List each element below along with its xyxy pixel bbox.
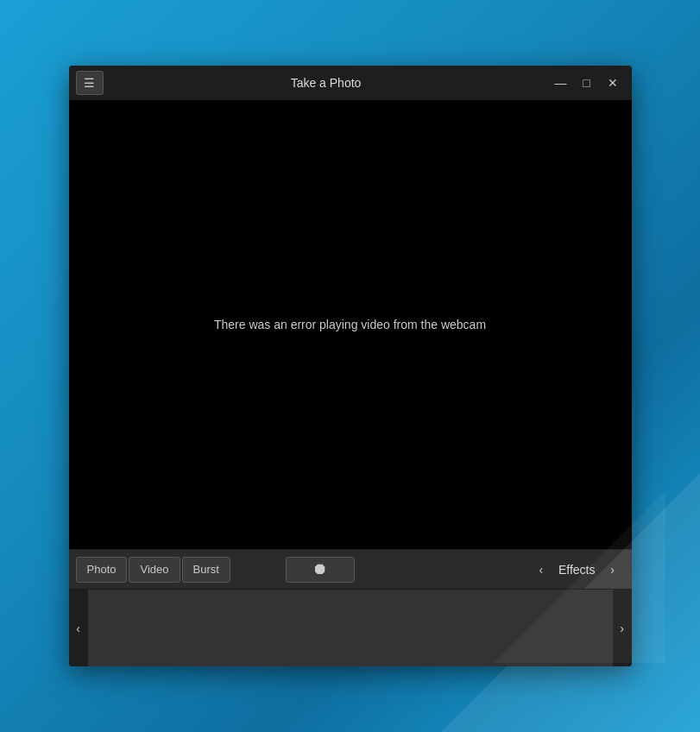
titlebar: ☰ Take a Photo — □ ✕ bbox=[69, 66, 632, 100]
minimize-icon: — bbox=[555, 76, 567, 90]
strip-next-icon: › bbox=[620, 622, 624, 635]
video-preview: There was an error playing video from th… bbox=[69, 100, 632, 549]
bottom-toolbar: Photo Video Burst ⏺ ‹ Effects › bbox=[69, 549, 632, 589]
menu-button[interactable]: ☰ bbox=[76, 71, 104, 95]
effects-next-button[interactable]: › bbox=[600, 557, 624, 583]
capture-icon: ⏺ bbox=[312, 560, 328, 578]
maximize-icon: □ bbox=[583, 76, 590, 90]
window-title: Take a Photo bbox=[104, 76, 549, 90]
window-controls: — □ ✕ bbox=[549, 71, 625, 95]
tab-photo[interactable]: Photo bbox=[76, 557, 128, 583]
close-button[interactable]: ✕ bbox=[601, 71, 625, 95]
photo-strip: ‹ › bbox=[69, 589, 632, 666]
tab-burst[interactable]: Burst bbox=[182, 557, 230, 583]
tab-video[interactable]: Video bbox=[129, 557, 180, 583]
effects-label: Effects bbox=[555, 563, 599, 577]
chevron-left-icon: ‹ bbox=[539, 563, 544, 577]
menu-icon: ☰ bbox=[84, 76, 95, 90]
strip-prev-icon: ‹ bbox=[76, 622, 80, 635]
mode-tabs: Photo Video Burst bbox=[76, 557, 230, 583]
minimize-button[interactable]: — bbox=[549, 71, 573, 95]
chevron-right-icon: › bbox=[610, 563, 615, 577]
effects-prev-button[interactable]: ‹ bbox=[529, 557, 553, 583]
close-icon: ✕ bbox=[608, 76, 618, 90]
strip-next-button[interactable]: › bbox=[613, 590, 632, 667]
maximize-button[interactable]: □ bbox=[575, 71, 599, 95]
application-window: ☰ Take a Photo — □ ✕ There was an error … bbox=[69, 66, 632, 666]
strip-content bbox=[88, 590, 613, 667]
error-message: There was an error playing video from th… bbox=[214, 318, 486, 331]
strip-prev-button[interactable]: ‹ bbox=[69, 590, 88, 667]
effects-area: ‹ Effects › bbox=[529, 557, 625, 583]
capture-button[interactable]: ⏺ bbox=[286, 557, 355, 583]
